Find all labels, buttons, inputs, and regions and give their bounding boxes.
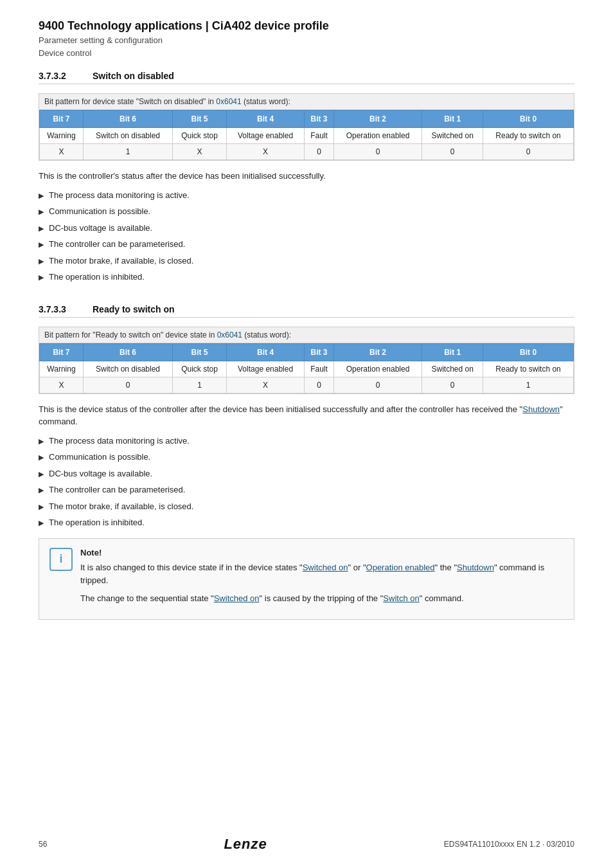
list-item: ▶The operation is inhibited. <box>39 516 574 529</box>
table-cell: 0 <box>333 377 422 393</box>
bullet-arrow-icon: ▶ <box>39 452 44 463</box>
table-cell: Quick stop <box>173 128 227 144</box>
table-cell: Switched on <box>422 128 483 144</box>
bullet-arrow-icon: ▶ <box>39 256 44 267</box>
section-number-3732: 3.7.3.2 <box>39 71 77 81</box>
list-item: ▶Communication is possible. <box>39 451 574 464</box>
link-0x6041-2[interactable]: 0x6041 <box>217 330 242 339</box>
bullet-text: DC-bus voltage is available. <box>49 467 152 480</box>
table-cell: 0 <box>333 144 422 160</box>
list-item: ▶DC-bus voltage is available. <box>39 222 574 235</box>
table-cell: 0 <box>305 377 334 393</box>
bullet-text: The operation is inhibited. <box>49 516 145 529</box>
table-cell: Ready to switch on <box>483 128 574 144</box>
bullet-text: The process data monitoring is active. <box>49 435 190 448</box>
note-box: i Note! It is also changed to this devic… <box>39 538 574 620</box>
table-cell: Fault <box>305 128 334 144</box>
page-footer: 56 Lenze EDS94TA11010xxxx EN 1.2 · 03/20… <box>39 836 574 853</box>
col-header: Bit 0 <box>483 111 574 128</box>
table-cell: Warning <box>40 361 84 377</box>
bullet-text: The controller can be parameterised. <box>49 238 185 251</box>
link-0x6041-1[interactable]: 0x6041 <box>216 97 241 106</box>
link-operation-enabled[interactable]: Operation enabled <box>366 563 435 572</box>
bullet-arrow-icon: ▶ <box>39 485 44 496</box>
section-title-3733: Ready to switch on <box>93 304 175 314</box>
table-cell: Warning <box>40 128 84 144</box>
table-cell: 1 <box>483 377 574 393</box>
bullet-text: The operation is inhibited. <box>49 271 145 284</box>
section-title-3732: Switch on disabled <box>93 71 174 81</box>
col-header: Bit 1 <box>422 111 483 128</box>
link-switched-on-1[interactable]: Switched on <box>303 563 348 572</box>
table-cell: Switch on disabled <box>83 361 172 377</box>
bullet-text: The motor brake, if available, is closed… <box>49 255 193 267</box>
table-cell: 0 <box>483 144 574 160</box>
bullet-text: DC-bus voltage is available. <box>49 222 152 235</box>
table-cell: Operation enabled <box>333 128 422 144</box>
table-caption-2: Bit pattern for "Ready to switch on" dev… <box>39 327 574 343</box>
table-caption-1: Bit pattern for device state "Switch on … <box>39 94 574 110</box>
page: 9400 Technology applications | CiA402 de… <box>0 0 613 868</box>
bullet-arrow-icon: ▶ <box>39 518 44 529</box>
list-item: ▶DC-bus voltage is available. <box>39 467 574 480</box>
link-switched-on-2[interactable]: Switched on <box>214 593 260 603</box>
col-header: Bit 6 <box>83 343 172 361</box>
bullet-arrow-icon: ▶ <box>39 436 44 447</box>
table-cell: 0 <box>422 377 483 393</box>
col-header: Bit 5 <box>173 343 227 361</box>
section-number-3733: 3.7.3.3 <box>39 304 77 314</box>
table-cell: Voltage enabled <box>226 361 304 377</box>
table-cell: Ready to switch on <box>483 361 574 377</box>
col-header: Bit 6 <box>83 111 172 128</box>
col-header: Bit 3 <box>305 343 334 361</box>
table-cell: 1 <box>83 144 172 160</box>
link-switch-on[interactable]: Switch on <box>383 593 419 603</box>
table-cell: 0 <box>83 377 172 393</box>
section-heading-3733: 3.7.3.3 Ready to switch on <box>39 304 574 318</box>
col-header: Bit 2 <box>333 111 422 128</box>
bit-table-2: Bit 7Bit 6Bit 5Bit 4Bit 3Bit 2Bit 1Bit 0… <box>39 343 574 393</box>
link-shutdown-intro[interactable]: Shutdown <box>522 404 560 414</box>
table-cell: Switched on <box>422 361 483 377</box>
table-cell: X <box>40 144 84 160</box>
table-cell: Voltage enabled <box>226 128 304 144</box>
bullet-arrow-icon: ▶ <box>39 206 44 217</box>
list-item: ▶The motor brake, if available, is close… <box>39 255 574 267</box>
link-shutdown-1[interactable]: Shutdown <box>457 563 494 572</box>
col-header: Bit 1 <box>422 343 483 361</box>
note-content: Note! It is also changed to this device … <box>80 548 564 610</box>
note-title: Note! <box>80 548 564 557</box>
page-title: 9400 Technology applications | CiA402 de… <box>39 19 574 33</box>
page-subtitle1: Parameter setting & configuration <box>39 34 574 47</box>
bullet-arrow-icon: ▶ <box>39 272 44 283</box>
note-text-1: It is also changed to this device state … <box>80 561 564 587</box>
table-cell: 1 <box>173 377 227 393</box>
footer-logo: Lenze <box>224 836 267 853</box>
bullet-arrow-icon: ▶ <box>39 223 44 234</box>
list-item: ▶The process data monitoring is active. <box>39 435 574 448</box>
col-header: Bit 2 <box>333 343 422 361</box>
col-header: Bit 7 <box>40 111 84 128</box>
section1-intro: This is the controller's status after th… <box>39 170 574 183</box>
bullet-text: The motor brake, if available, is closed… <box>49 500 193 513</box>
table-cell: 0 <box>305 144 334 160</box>
page-subtitle2: Device control <box>39 47 574 60</box>
table-cell: 0 <box>422 144 483 160</box>
table-cell: X <box>173 144 227 160</box>
note-text-2: The change to the sequential state "Swit… <box>80 592 564 605</box>
table-cell: Switch on disabled <box>83 128 172 144</box>
page-number: 56 <box>39 840 47 849</box>
doc-ref: EDS94TA11010xxxx EN 1.2 · 03/2010 <box>444 840 574 849</box>
bullet-text: The controller can be parameterised. <box>49 484 185 496</box>
table-switch-on-disabled: Bit pattern for device state "Switch on … <box>39 93 574 161</box>
bullet-text: Communication is possible. <box>49 451 150 464</box>
table-cell: X <box>226 144 304 160</box>
list-item: ▶The process data monitoring is active. <box>39 189 574 202</box>
list-item: ▶The controller can be parameterised. <box>39 238 574 251</box>
section-3732: 3.7.3.2 Switch on disabled Bit pattern f… <box>39 71 574 284</box>
bullet-text: Communication is possible. <box>49 205 150 218</box>
col-header: Bit 4 <box>226 111 304 128</box>
table-cell: X <box>40 377 84 393</box>
info-icon: i <box>49 548 73 571</box>
bullet-arrow-icon: ▶ <box>39 239 44 250</box>
